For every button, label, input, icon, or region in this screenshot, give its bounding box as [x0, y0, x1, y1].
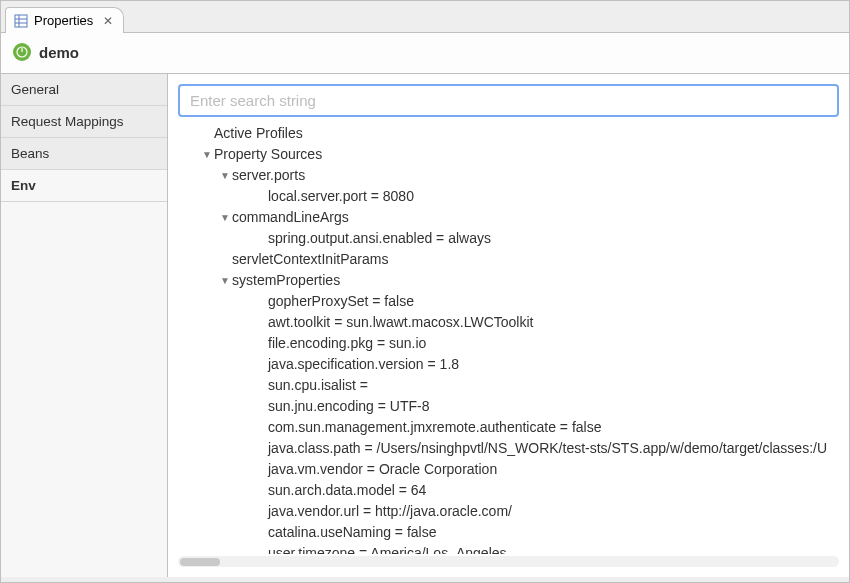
property-value: catalina.useNaming = false: [268, 524, 437, 540]
project-name: demo: [39, 44, 79, 61]
property-value: java.vm.vendor = Oracle Corporation: [268, 461, 497, 477]
property-row[interactable]: user.timezone = America/Los_Angeles: [238, 543, 839, 554]
property-row[interactable]: java.class.path = /Users/nsinghpvtl/NS_W…: [238, 438, 839, 459]
tree-label: systemProperties: [232, 272, 340, 288]
property-row[interactable]: java.specification.version = 1.8: [238, 354, 839, 375]
tab-title: Properties: [34, 13, 93, 28]
sidebar-item-beans[interactable]: Beans: [1, 138, 167, 170]
property-row[interactable]: sun.jnu.encoding = UTF-8: [238, 396, 839, 417]
property-value: file.encoding.pkg = sun.io: [268, 335, 426, 351]
close-icon[interactable]: ✕: [103, 14, 113, 28]
tree-label: server.ports: [232, 167, 305, 183]
horizontal-scrollbar[interactable]: [178, 556, 839, 567]
sidebar-item-label: Beans: [11, 146, 49, 161]
property-row[interactable]: file.encoding.pkg = sun.io: [238, 333, 839, 354]
tree-node-server-ports[interactable]: ▼server.ports: [220, 165, 839, 186]
tree-node-active-profiles[interactable]: Active Profiles: [202, 123, 839, 144]
property-value: user.timezone = America/Los_Angeles: [268, 545, 507, 554]
sidebar-item-label: Request Mappings: [11, 114, 124, 129]
property-value: java.vendor.url = http://java.oracle.com…: [268, 503, 512, 519]
search-input[interactable]: [178, 84, 839, 117]
tree-node-property-sources[interactable]: ▼Property Sources: [202, 144, 839, 165]
tab-properties[interactable]: Properties ✕: [5, 7, 124, 33]
property-row[interactable]: com.sun.management.jmxremote.authenticat…: [238, 417, 839, 438]
property-value: sun.jnu.encoding = UTF-8: [268, 398, 429, 414]
property-value: java.specification.version = 1.8: [268, 356, 459, 372]
sidebar-item-env[interactable]: Env: [1, 170, 167, 202]
property-row[interactable]: gopherProxySet = false: [238, 291, 839, 312]
sidebar-item-general[interactable]: General: [1, 74, 167, 106]
property-row[interactable]: awt.toolkit = sun.lwawt.macosx.LWCToolki…: [238, 312, 839, 333]
collapse-icon[interactable]: ▼: [202, 147, 212, 162]
property-value: sun.arch.data.model = 64: [268, 482, 426, 498]
property-value: sun.cpu.isalist =: [268, 377, 368, 393]
svg-rect-0: [15, 15, 27, 27]
sidebar-item-label: General: [11, 82, 59, 97]
property-value: java.class.path = /Users/nsinghpvtl/NS_W…: [268, 440, 827, 456]
tree-label: servletContextInitParams: [232, 251, 388, 267]
header: demo: [1, 33, 849, 74]
main-panel: Active Profiles ▼Property Sources ▼serve…: [168, 74, 849, 577]
property-row[interactable]: java.vm.vendor = Oracle Corporation: [238, 459, 839, 480]
tree-node-servlet-context-init-params[interactable]: servletContextInitParams: [220, 249, 839, 270]
property-row[interactable]: sun.arch.data.model = 64: [238, 480, 839, 501]
property-value: com.sun.management.jmxremote.authenticat…: [268, 419, 601, 435]
property-row[interactable]: catalina.useNaming = false: [238, 522, 839, 543]
spring-boot-icon: [13, 43, 31, 61]
collapse-icon[interactable]: ▼: [220, 168, 230, 183]
property-tree: Active Profiles ▼Property Sources ▼serve…: [178, 123, 839, 554]
property-value: gopherProxySet = false: [268, 293, 414, 309]
property-row[interactable]: spring.output.ansi.enabled = always: [238, 228, 839, 249]
collapse-icon[interactable]: ▼: [220, 210, 230, 225]
sidebar-item-label: Env: [11, 178, 36, 193]
property-value: local.server.port = 8080: [268, 188, 414, 204]
scrollbar-thumb[interactable]: [180, 558, 220, 566]
property-value: spring.output.ansi.enabled = always: [268, 230, 491, 246]
tree-label: Property Sources: [214, 146, 322, 162]
property-value: awt.toolkit = sun.lwawt.macosx.LWCToolki…: [268, 314, 533, 330]
tree-label: Active Profiles: [214, 125, 303, 141]
tab-bar: Properties ✕: [1, 1, 849, 33]
property-row[interactable]: sun.cpu.isalist =: [238, 375, 839, 396]
sidebar: General Request Mappings Beans Env: [1, 74, 168, 577]
tree-label: commandLineArgs: [232, 209, 349, 225]
properties-icon: [14, 14, 28, 28]
tree-node-command-line-args[interactable]: ▼commandLineArgs: [220, 207, 839, 228]
property-row[interactable]: local.server.port = 8080: [238, 186, 839, 207]
tree-node-system-properties[interactable]: ▼systemProperties: [220, 270, 839, 291]
collapse-icon[interactable]: ▼: [220, 273, 230, 288]
property-row[interactable]: java.vendor.url = http://java.oracle.com…: [238, 501, 839, 522]
sidebar-item-request-mappings[interactable]: Request Mappings: [1, 106, 167, 138]
